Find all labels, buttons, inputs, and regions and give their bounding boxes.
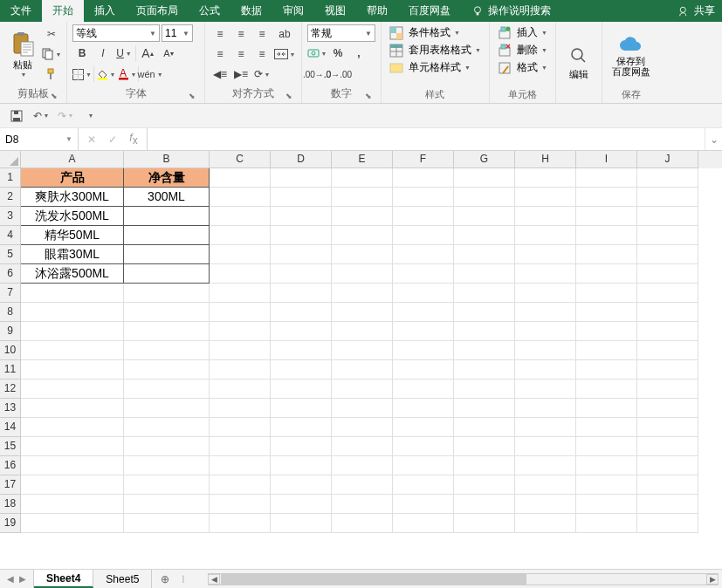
dialog-launcher-icon[interactable]: ⬊ bbox=[187, 91, 197, 101]
format-table-button[interactable]: 套用表格格式▼ bbox=[387, 42, 484, 58]
dialog-launcher-icon[interactable]: ⬊ bbox=[49, 91, 59, 101]
cell[interactable] bbox=[332, 456, 393, 475]
row-header[interactable]: 9 bbox=[0, 322, 21, 341]
cell[interactable]: 爽肤水300ML bbox=[21, 188, 124, 207]
cell[interactable] bbox=[332, 341, 393, 360]
number-format-select[interactable]: 常规▼ bbox=[307, 24, 375, 42]
cell[interactable] bbox=[454, 360, 515, 379]
cell[interactable] bbox=[271, 418, 332, 437]
cell[interactable] bbox=[21, 399, 124, 418]
cell[interactable] bbox=[637, 284, 698, 303]
enter-formula-button[interactable]: ✓ bbox=[103, 133, 122, 146]
cell[interactable] bbox=[271, 207, 332, 226]
decrease-indent-button[interactable]: ◀≡ bbox=[210, 65, 230, 84]
cell[interactable] bbox=[21, 360, 124, 379]
find-button[interactable]: 编辑 bbox=[561, 24, 596, 99]
row-header[interactable]: 10 bbox=[0, 341, 21, 360]
cell[interactable] bbox=[454, 188, 515, 207]
cell[interactable] bbox=[637, 379, 698, 399]
cell[interactable] bbox=[515, 475, 576, 495]
cell[interactable] bbox=[271, 264, 332, 284]
cell[interactable] bbox=[454, 456, 515, 475]
save-button[interactable] bbox=[7, 106, 26, 126]
align-left-button[interactable]: ≡ bbox=[210, 44, 230, 64]
cell[interactable] bbox=[637, 188, 698, 207]
cell[interactable] bbox=[637, 264, 698, 284]
row-header[interactable]: 14 bbox=[0, 418, 21, 437]
column-header[interactable]: G bbox=[454, 151, 515, 168]
cell[interactable] bbox=[515, 322, 576, 341]
cell[interactable] bbox=[210, 264, 271, 284]
tab-data[interactable]: 数据 bbox=[230, 0, 272, 22]
cell[interactable] bbox=[124, 437, 210, 456]
cell[interactable] bbox=[576, 245, 637, 264]
cell[interactable] bbox=[576, 264, 637, 284]
cell[interactable] bbox=[515, 437, 576, 456]
cell[interactable] bbox=[210, 226, 271, 245]
cell[interactable] bbox=[332, 495, 393, 514]
cell[interactable] bbox=[637, 207, 698, 226]
percent-button[interactable]: % bbox=[328, 44, 347, 63]
cell[interactable] bbox=[393, 207, 454, 226]
cell[interactable] bbox=[124, 495, 210, 514]
cell[interactable] bbox=[124, 226, 210, 245]
cell[interactable] bbox=[332, 284, 393, 303]
grid-body[interactable]: 1产品净含量2爽肤水300ML300ML3洗发水500ML4精华50ML5眼霜3… bbox=[0, 168, 722, 569]
cell[interactable] bbox=[637, 168, 698, 188]
horizontal-scrollbar[interactable]: ◀ ▶ bbox=[208, 573, 719, 585]
cell[interactable] bbox=[637, 303, 698, 322]
cell[interactable]: 净含量 bbox=[124, 168, 210, 188]
cell[interactable] bbox=[271, 475, 332, 495]
cell[interactable] bbox=[124, 341, 210, 360]
cell[interactable] bbox=[21, 322, 124, 341]
column-header[interactable]: D bbox=[271, 151, 332, 168]
cell[interactable] bbox=[271, 303, 332, 322]
cell[interactable] bbox=[515, 264, 576, 284]
cell[interactable] bbox=[21, 303, 124, 322]
cell[interactable]: 产品 bbox=[21, 168, 124, 188]
cell[interactable] bbox=[576, 188, 637, 207]
decrease-decimal-button[interactable]: .0→.00 bbox=[328, 65, 347, 84]
cell[interactable] bbox=[515, 226, 576, 245]
column-header[interactable]: B bbox=[124, 151, 210, 168]
font-color-button[interactable]: A▼ bbox=[117, 65, 136, 84]
row-header[interactable]: 17 bbox=[0, 475, 21, 495]
share-button[interactable]: 共享 bbox=[671, 0, 722, 22]
cell[interactable] bbox=[210, 379, 271, 399]
select-all-corner[interactable] bbox=[0, 151, 21, 168]
row-header[interactable]: 11 bbox=[0, 360, 21, 379]
cell[interactable] bbox=[332, 475, 393, 495]
cell[interactable] bbox=[21, 379, 124, 399]
cell[interactable] bbox=[210, 495, 271, 514]
cell[interactable] bbox=[393, 437, 454, 456]
cell[interactable]: 精华50ML bbox=[21, 226, 124, 245]
row-header[interactable]: 7 bbox=[0, 284, 21, 303]
copy-button[interactable]: ▼ bbox=[42, 44, 61, 64]
increase-indent-button[interactable]: ▶≡ bbox=[231, 65, 251, 84]
cell[interactable] bbox=[271, 456, 332, 475]
cell[interactable] bbox=[576, 437, 637, 456]
cell[interactable] bbox=[210, 322, 271, 341]
name-box[interactable]: D8▼ bbox=[0, 128, 79, 150]
cell[interactable] bbox=[210, 399, 271, 418]
cell[interactable] bbox=[576, 379, 637, 399]
cell[interactable] bbox=[576, 207, 637, 226]
cell[interactable] bbox=[576, 514, 637, 533]
align-middle-button[interactable]: ≡ bbox=[231, 24, 251, 44]
cell[interactable] bbox=[393, 418, 454, 437]
cell[interactable] bbox=[124, 475, 210, 495]
merge-button[interactable]: ▼ bbox=[273, 44, 296, 64]
cell[interactable] bbox=[124, 360, 210, 379]
cell[interactable] bbox=[454, 437, 515, 456]
cell[interactable] bbox=[515, 303, 576, 322]
row-header[interactable]: 12 bbox=[0, 379, 21, 399]
cell[interactable] bbox=[515, 456, 576, 475]
column-header[interactable]: H bbox=[515, 151, 576, 168]
cell[interactable] bbox=[515, 360, 576, 379]
row-header[interactable]: 13 bbox=[0, 399, 21, 418]
cell[interactable] bbox=[576, 399, 637, 418]
cell[interactable] bbox=[515, 341, 576, 360]
cell[interactable] bbox=[332, 399, 393, 418]
cell[interactable] bbox=[271, 341, 332, 360]
cell[interactable] bbox=[332, 226, 393, 245]
